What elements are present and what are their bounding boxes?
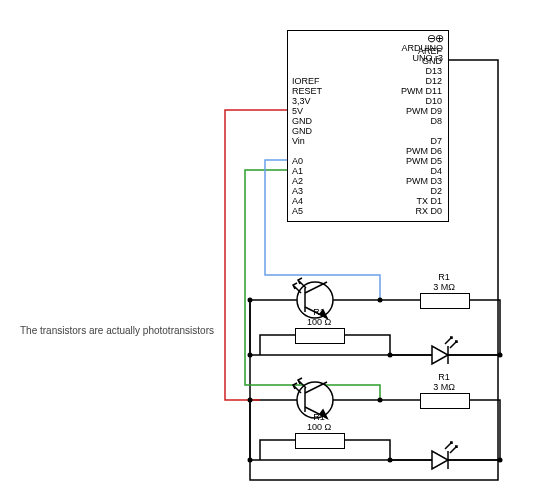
svg-point-11 bbox=[498, 458, 503, 463]
resistor-100-top-val: 100 Ω bbox=[295, 317, 343, 327]
svg-point-8 bbox=[388, 353, 393, 358]
svg-point-4 bbox=[248, 398, 253, 403]
resistor-100-top-name: R1 bbox=[295, 307, 343, 317]
svg-point-10 bbox=[498, 353, 503, 358]
led-top bbox=[420, 337, 460, 364]
svg-point-9 bbox=[388, 458, 393, 463]
resistor-100-top bbox=[295, 328, 345, 344]
resistor-100-bot-name: R1 bbox=[295, 412, 343, 422]
svg-point-3 bbox=[248, 353, 253, 358]
svg-point-5 bbox=[248, 458, 253, 463]
resistor-3m-bot-val: 3 MΩ bbox=[420, 382, 468, 392]
resistor-3m-bot-name: R1 bbox=[420, 372, 468, 382]
wiring bbox=[0, 0, 540, 500]
led-bottom bbox=[420, 442, 460, 469]
resistor-100-bot-val: 100 Ω bbox=[295, 422, 343, 432]
resistor-3m-bot bbox=[420, 393, 470, 409]
note-text: The transistors are actually phototransi… bbox=[20, 325, 214, 336]
resistor-100-bot bbox=[295, 433, 345, 449]
resistor-3m-top-name: R1 bbox=[420, 272, 468, 282]
svg-point-2 bbox=[248, 298, 253, 303]
schematic-canvas: ⊖⊕ ARDUINO UNO r3 IOREF RESET 3,3V 5V GN… bbox=[0, 0, 540, 500]
svg-point-7 bbox=[378, 398, 383, 403]
svg-point-6 bbox=[378, 298, 383, 303]
resistor-3m-top-val: 3 MΩ bbox=[420, 282, 468, 292]
resistor-3m-top bbox=[420, 293, 470, 309]
